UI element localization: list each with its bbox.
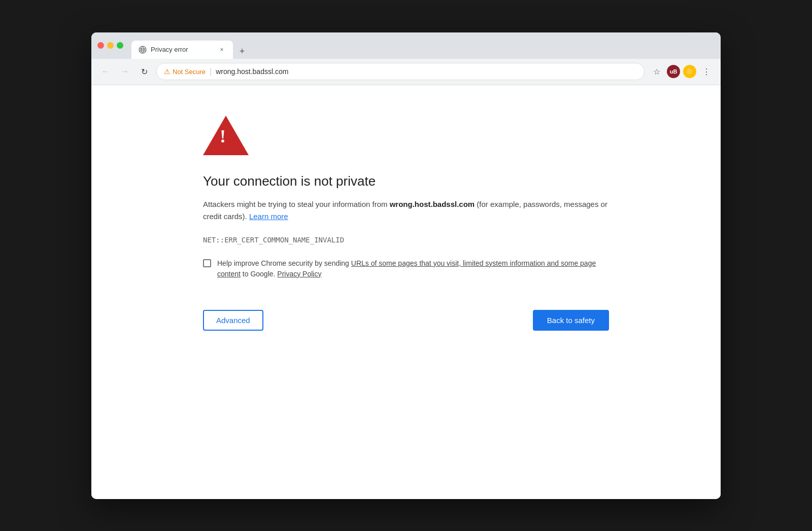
tab-title: Privacy error xyxy=(151,46,214,53)
checkbox-mid: to Google. xyxy=(241,270,276,278)
privacy-checkbox[interactable] xyxy=(203,259,211,267)
star-button[interactable]: ☆ xyxy=(650,64,664,79)
minimize-button[interactable] xyxy=(107,42,114,49)
warning-triangle-icon xyxy=(203,116,249,155)
error-description: Attackers might be trying to steal your … xyxy=(203,198,609,223)
active-tab[interactable]: Privacy error × xyxy=(131,41,233,59)
tab-bar: Privacy error × + xyxy=(131,32,715,59)
browser-window: Privacy error × + ← → ↻ ⚠ Not Secure | w… xyxy=(91,32,721,499)
globe-icon xyxy=(139,46,147,54)
traffic-lights xyxy=(97,42,123,49)
learn-more-link[interactable]: Learn more xyxy=(249,212,288,221)
url-divider: | xyxy=(210,67,212,76)
site-name: wrong.host.badssl.com xyxy=(390,200,475,208)
buttons-row: Advanced Back to safety xyxy=(203,300,609,331)
title-bar: Privacy error × + xyxy=(91,32,721,59)
tab-close-button[interactable]: × xyxy=(218,46,226,54)
error-code: NET::ERR_CERT_COMMON_NAME_INVALID xyxy=(203,236,344,244)
ublock-icon[interactable]: uB xyxy=(667,65,680,78)
back-to-safety-button[interactable]: Back to safety xyxy=(533,310,609,331)
back-button[interactable]: ← xyxy=(98,64,113,79)
menu-button[interactable]: ⋮ xyxy=(699,64,714,79)
page-content: Your connection is not private Attackers… xyxy=(91,85,721,499)
privacy-policy-link[interactable]: Privacy Policy xyxy=(277,270,321,278)
new-tab-button[interactable]: + xyxy=(235,45,249,59)
checkbox-label: Help improve Chrome security by sending … xyxy=(217,258,609,279)
warning-icon: ⚠ xyxy=(164,67,171,76)
maximize-button[interactable] xyxy=(117,42,123,49)
url-text: wrong.host.badssl.com xyxy=(216,67,288,76)
not-secure-label: Not Secure xyxy=(173,68,206,76)
checkbox-row: Help improve Chrome security by sending … xyxy=(203,258,609,279)
url-bar[interactable]: ⚠ Not Secure | wrong.host.badssl.com xyxy=(156,63,645,80)
reload-button[interactable]: ↻ xyxy=(137,64,151,79)
not-secure-badge: ⚠ Not Secure xyxy=(164,67,206,76)
extension-icon[interactable]: 🟡 xyxy=(683,65,696,78)
error-container: Your connection is not private Attackers… xyxy=(203,116,609,331)
checkbox-prefix: Help improve Chrome security by sending xyxy=(217,259,351,267)
address-bar: ← → ↻ ⚠ Not Secure | wrong.host.badssl.c… xyxy=(91,59,721,85)
description-prefix: Attackers might be trying to steal your … xyxy=(203,200,390,208)
close-button[interactable] xyxy=(97,42,104,49)
advanced-button[interactable]: Advanced xyxy=(203,310,263,331)
toolbar-actions: ☆ uB 🟡 ⋮ xyxy=(650,64,714,79)
error-title: Your connection is not private xyxy=(203,173,376,189)
forward-button[interactable]: → xyxy=(118,64,132,79)
